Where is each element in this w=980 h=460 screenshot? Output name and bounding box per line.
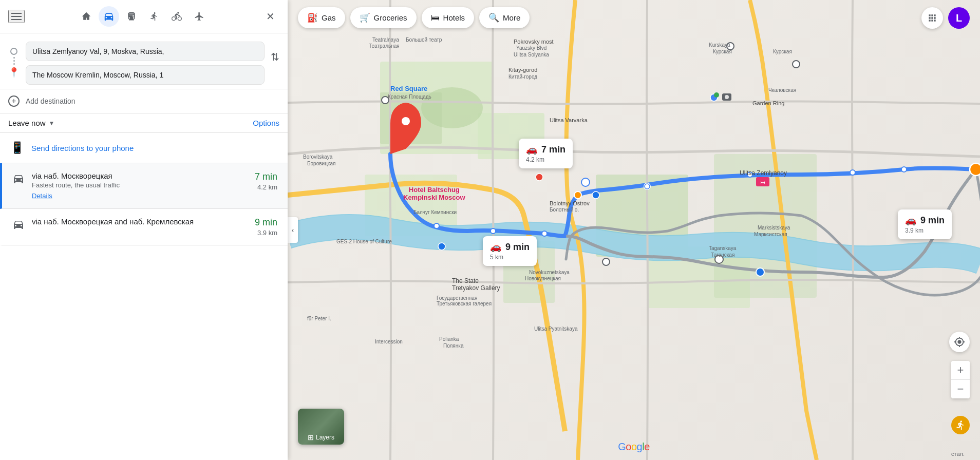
svg-point-23 [536, 174, 543, 181]
collapse-button[interactable]: ‹ [288, 217, 298, 243]
svg-point-22 [714, 92, 719, 98]
origin-input[interactable] [26, 42, 265, 61]
send-directions-label: Send directions to your phone [31, 144, 134, 152]
svg-point-16 [850, 170, 855, 175]
layers-inner: ⊞ Layers [298, 409, 344, 445]
profile-initial: L [956, 12, 962, 24]
route-desc-1: Fastest route, the usual traffic [32, 181, 248, 189]
tab-flight[interactable] [189, 6, 210, 27]
svg-point-29 [602, 258, 610, 265]
pegman-icon[interactable] [951, 416, 970, 434]
svg-point-14 [645, 184, 650, 189]
profile-icon[interactable]: L [948, 7, 970, 29]
google-e: e [644, 441, 650, 452]
layers-button[interactable]: ⊞ Layers [298, 409, 344, 445]
route-name-2: via наб. Москворецкая and наб. Кремлевск… [32, 217, 248, 226]
route-car-icon-2 [12, 218, 25, 234]
pill-hotels-label: Hotels [443, 13, 465, 22]
route-time-1: 7 min [255, 171, 277, 182]
add-destination[interactable]: + Add destination [0, 89, 288, 113]
more-search-icon: 🔍 [488, 12, 499, 23]
terms-text: стал. [951, 451, 965, 457]
google-logo: Google [618, 441, 650, 453]
add-destination-icon: + [8, 95, 20, 107]
layers-stack-icon: ⊞ [308, 433, 314, 442]
svg-point-17 [901, 167, 907, 172]
route-dist-1: 4.2 km [255, 183, 277, 191]
zoom-controls: + − [951, 361, 970, 398]
tab-walk[interactable] [144, 6, 164, 27]
close-button[interactable]: ✕ [261, 7, 279, 26]
tab-directions[interactable] [76, 6, 97, 27]
zoom-in-button[interactable]: + [951, 361, 970, 379]
grid-icon[interactable] [921, 7, 943, 29]
google-o2: o [631, 441, 637, 452]
send-directions[interactable]: 📱 Send directions to your phone [0, 133, 288, 163]
leave-options-bar: Leave now ▼ Options [0, 113, 288, 133]
leave-now-label: Leave now [8, 119, 46, 127]
leave-now-button[interactable]: Leave now ▼ [8, 119, 54, 127]
route-dots [13, 57, 15, 65]
send-phone-icon: 📱 [10, 141, 24, 155]
svg-point-19 [402, 117, 410, 125]
route-item-2[interactable]: via наб. Москворецкая and наб. Кремлевск… [0, 209, 288, 245]
destination-icon: 📍 [8, 67, 20, 78]
svg-point-34 [725, 95, 729, 99]
top-bar: ✕ [0, 0, 288, 33]
destination-input[interactable] [26, 65, 265, 85]
route-car-icon-1 [12, 172, 25, 188]
menu-button[interactable] [8, 10, 25, 23]
map-svg: 🛏 [288, 0, 980, 460]
route-meta-1: 7 min 4.2 km [255, 171, 277, 191]
svg-point-30 [382, 97, 389, 104]
svg-point-28 [715, 255, 723, 263]
add-destination-label: Add destination [26, 97, 76, 105]
route-meta-2: 9 min 3.9 km [255, 217, 277, 237]
map-area[interactable]: 🛏 Red Square Красная Площадь Kitay-gorod… [288, 0, 980, 460]
route-info-2: via наб. Москворецкая and наб. Кремлевск… [32, 217, 248, 227]
svg-point-9 [574, 191, 581, 199]
svg-point-15 [747, 172, 752, 177]
svg-point-25 [756, 268, 764, 276]
swap-button[interactable]: ⇅ [271, 42, 279, 63]
map-top-bar: ⛽ Gas 🛒 Groceries 🛏 Hotels 🔍 More [298, 7, 939, 28]
waypoint-icons: 📍 [8, 42, 20, 78]
svg-point-11 [434, 223, 439, 228]
google-o1: o [626, 441, 631, 452]
svg-point-20 [970, 163, 980, 176]
location-button[interactable] [949, 332, 970, 352]
options-label: Options [253, 119, 279, 127]
svg-point-12 [491, 228, 496, 234]
tab-bike[interactable] [166, 6, 187, 27]
options-button[interactable]: Options [253, 119, 279, 127]
route-dist-2: 3.9 km [255, 229, 277, 237]
svg-point-27 [592, 191, 599, 199]
gas-icon: ⛽ [307, 12, 318, 23]
svg-point-31 [727, 43, 734, 50]
tab-transit[interactable] [121, 6, 142, 27]
svg-text:🛏: 🛏 [761, 180, 765, 185]
pill-gas[interactable]: ⛽ Gas [298, 7, 345, 28]
route-item-1[interactable]: via наб. Москворецкая Fastest route, the… [0, 163, 288, 209]
route-time-2: 9 min [255, 217, 277, 228]
google-g2: g [637, 441, 643, 452]
transport-tabs [30, 6, 256, 27]
svg-rect-2 [478, 113, 544, 159]
pill-hotels[interactable]: 🛏 Hotels [422, 7, 475, 28]
pill-more[interactable]: 🔍 More [479, 7, 530, 28]
pill-more-label: More [503, 13, 520, 22]
left-panel: ✕ 📍 ⇅ + Add destination Leave now ▼ Opti… [0, 0, 288, 460]
route-details-link-1[interactable]: Details [32, 192, 52, 200]
layers-label: Layers [316, 434, 334, 441]
route-info-1: via наб. Москворецкая Fastest route, the… [32, 171, 248, 200]
layers-label-row: ⊞ Layers [308, 433, 334, 442]
tab-drive[interactable] [99, 6, 119, 27]
zoom-out-button[interactable]: − [951, 380, 970, 398]
pill-groceries-label: Groceries [374, 13, 407, 22]
pill-gas-label: Gas [322, 13, 336, 22]
inputs-section: 📍 ⇅ [0, 33, 288, 89]
svg-point-13 [542, 231, 547, 236]
input-fields [26, 42, 265, 85]
svg-point-32 [793, 61, 800, 68]
pill-groceries[interactable]: 🛒 Groceries [350, 7, 417, 28]
